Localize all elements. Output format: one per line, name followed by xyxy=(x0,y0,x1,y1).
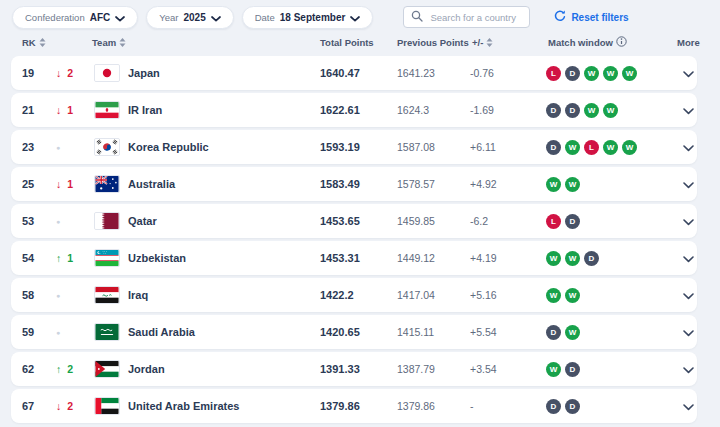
result-badge: W xyxy=(584,103,599,118)
header-previous-points: Previous Points xyxy=(397,37,469,48)
total-points: 1379.86 xyxy=(320,389,360,423)
rank-change-icon: ↓ xyxy=(56,178,61,190)
total-points: 1453.65 xyxy=(320,204,360,238)
table-row[interactable]: 62 ↑ 2 Jordan 1391.33 1387.79 +3.54 W D xyxy=(11,352,697,386)
result-badge: D xyxy=(565,362,580,377)
chevron-down-icon xyxy=(350,8,360,26)
expand-row-button[interactable] xyxy=(675,167,701,201)
team-name: United Arab Emirates xyxy=(128,389,239,423)
expand-row-button[interactable] xyxy=(675,93,701,127)
total-points: 1453.31 xyxy=(320,241,360,275)
reset-filters-button[interactable]: Reset filters xyxy=(554,10,628,24)
result-badge: D xyxy=(565,214,580,229)
result-badge: W xyxy=(565,288,580,303)
rank-change: ● xyxy=(56,278,66,312)
table-row[interactable]: 21 ↓ 1 IR Iran 1622.61 1624.3 -1.69 D D … xyxy=(11,93,697,127)
rank-change-icon: ↓ xyxy=(56,400,61,412)
table-row[interactable]: 19 ↓ 2 Japan 1640.47 1641.23 -0.76 L D W… xyxy=(11,56,697,90)
result-badge: D xyxy=(565,66,580,81)
date-filter[interactable]: Date 18 September xyxy=(242,6,374,29)
expand-row-button[interactable] xyxy=(675,389,701,423)
table-row[interactable]: 67 ↓ 2 United Arab Emirates 1379.86 1379… xyxy=(11,389,697,423)
table-row[interactable]: 58 ● Iraq 1422.2 1417.04 +5.16 W W xyxy=(11,278,697,312)
rank-value: 19 xyxy=(22,56,46,90)
team-name: Jordan xyxy=(128,352,165,386)
match-window: D W xyxy=(546,315,580,349)
search-input[interactable] xyxy=(428,11,522,24)
chevron-down-icon xyxy=(683,64,694,82)
rank-change-icon: ↓ xyxy=(56,104,61,116)
date-filter-value: 18 September xyxy=(280,12,346,23)
rank-change-value: 2 xyxy=(67,67,73,79)
flag-saudi-arabia-icon xyxy=(94,323,120,341)
sort-icon[interactable] xyxy=(39,38,46,47)
chevron-down-icon xyxy=(683,397,694,415)
previous-points: 1379.86 xyxy=(397,389,435,423)
rank-change-value: 2 xyxy=(67,400,73,412)
rank-change-icon: ● xyxy=(56,218,60,225)
expand-row-button[interactable] xyxy=(675,241,701,275)
flag-qatar-icon xyxy=(94,212,120,230)
table-row[interactable]: 23 ● Korea Republic 1593.19 1587.08 +6.1… xyxy=(11,130,697,164)
points-diff: +4.19 xyxy=(470,241,497,275)
points-diff: -1.69 xyxy=(470,93,494,127)
table-row[interactable]: 59 ● Saudi Arabia 1420.65 1415.11 +5.54 … xyxy=(11,315,697,349)
expand-row-button[interactable] xyxy=(675,130,701,164)
result-badge: W xyxy=(546,177,561,192)
expand-row-button[interactable] xyxy=(675,352,701,386)
result-badge: D xyxy=(565,399,580,414)
match-window: W W xyxy=(546,278,580,312)
team-name: Australia xyxy=(128,167,175,201)
rank-change: ↓ 1 xyxy=(56,93,73,127)
year-filter[interactable]: Year 2025 xyxy=(146,6,233,29)
total-points: 1422.2 xyxy=(320,278,354,312)
result-badge: W xyxy=(546,362,561,377)
previous-points: 1449.12 xyxy=(397,241,435,275)
chevron-down-icon xyxy=(683,101,694,119)
rank-value: 58 xyxy=(22,278,46,312)
rank-change-value: 1 xyxy=(67,252,73,264)
team-name: Uzbekistan xyxy=(128,241,186,275)
chevron-down-icon xyxy=(211,8,221,26)
info-icon[interactable] xyxy=(616,36,627,49)
rank-value: 67 xyxy=(22,389,46,423)
sort-icon[interactable] xyxy=(119,38,126,47)
expand-row-button[interactable] xyxy=(675,278,701,312)
chevron-down-icon xyxy=(683,249,694,267)
rank-value: 54 xyxy=(22,241,46,275)
reset-icon xyxy=(554,10,566,24)
search-icon xyxy=(411,8,423,26)
table-row[interactable]: 25 ↓ 1 Australia 1583.49 1578.57 +4.92 W… xyxy=(11,167,697,201)
result-badge: W xyxy=(546,288,561,303)
team-name: Korea Republic xyxy=(128,130,209,164)
header-match-window: Match window xyxy=(548,37,613,48)
result-badge: L xyxy=(546,66,561,81)
confederation-filter[interactable]: Confederation AFC xyxy=(12,6,138,29)
confederation-filter-value: AFC xyxy=(90,12,111,23)
rank-value: 21 xyxy=(22,93,46,127)
expand-row-button[interactable] xyxy=(675,204,701,238)
year-filter-label: Year xyxy=(159,12,178,23)
result-badge: W xyxy=(622,140,637,155)
result-badge: W xyxy=(565,177,580,192)
table-row[interactable]: 54 ↑ 1 Uzbekistan 1453.31 1449.12 +4.19 … xyxy=(11,241,697,275)
chevron-down-icon xyxy=(683,138,694,156)
rank-change-value: 1 xyxy=(67,178,73,190)
team-name: Saudi Arabia xyxy=(128,315,195,349)
points-diff: -6.2 xyxy=(470,204,488,238)
total-points: 1583.49 xyxy=(320,167,360,201)
expand-row-button[interactable] xyxy=(675,315,701,349)
flag-jordan-icon xyxy=(94,360,120,378)
result-badge: L xyxy=(546,214,561,229)
sort-icon[interactable] xyxy=(486,38,493,47)
table-row[interactable]: 53 ● Qatar 1453.65 1459.85 -6.2 L D xyxy=(11,204,697,238)
result-badge: W xyxy=(622,66,637,81)
header-plus-minus: +/- xyxy=(472,37,483,48)
previous-points: 1578.57 xyxy=(397,167,435,201)
rank-change-icon: ↓ xyxy=(56,67,61,79)
expand-row-button[interactable] xyxy=(675,56,701,90)
rank-change: ● xyxy=(56,315,66,349)
total-points: 1622.61 xyxy=(320,93,360,127)
match-window: D D xyxy=(546,389,580,423)
result-badge: W xyxy=(565,140,580,155)
